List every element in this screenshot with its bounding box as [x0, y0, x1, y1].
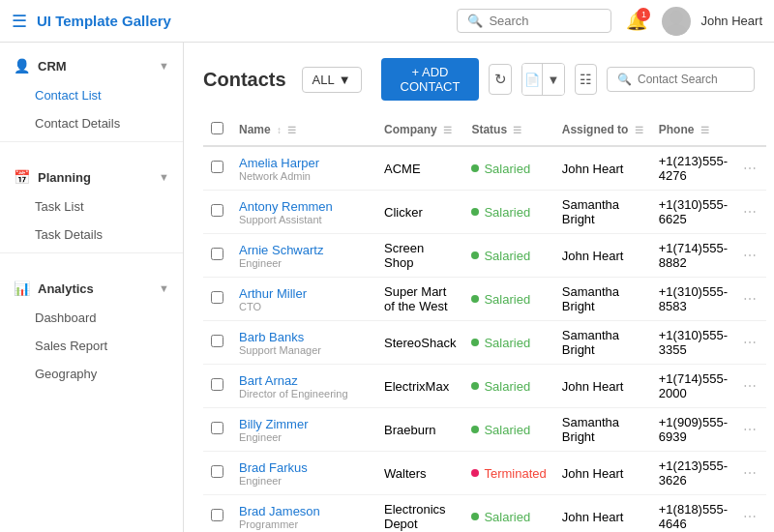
col-name[interactable]: Name ↕ ☰	[231, 114, 376, 146]
contact-actions[interactable]: ⋯	[735, 146, 766, 191]
contact-actions[interactable]: ⋯	[735, 408, 766, 452]
chevron-down-icon: ▼	[159, 60, 169, 72]
export-dropdown-button[interactable]: ▼	[543, 64, 563, 95]
search-icon: 🔍	[467, 14, 483, 28]
contact-actions[interactable]: ⋯	[735, 321, 766, 365]
status-badge: Salaried	[471, 510, 546, 524]
contact-name-link[interactable]: Arthur Miller	[239, 286, 369, 301]
sidebar-item-task-details[interactable]: Task Details	[0, 221, 183, 249]
col-assigned[interactable]: Assigned to ☰	[554, 114, 651, 146]
contact-assigned: John Heart	[554, 234, 651, 278]
row-checkbox[interactable]	[211, 291, 223, 304]
contact-actions[interactable]: ⋯	[735, 452, 766, 495]
more-options-button[interactable]: ⋯	[743, 335, 759, 350]
row-checkbox[interactable]	[211, 161, 223, 173]
more-options-button[interactable]: ⋯	[743, 291, 759, 307]
avatar[interactable]	[662, 7, 691, 36]
contact-status: Salaried	[463, 278, 553, 321]
row-checkbox-cell[interactable]	[203, 495, 231, 533]
contact-name-link[interactable]: Arnie Schwartz	[239, 243, 369, 257]
sidebar-item-contact-list[interactable]: Contact List	[0, 81, 183, 109]
contact-name-link[interactable]: Billy Zimmer	[239, 417, 369, 431]
contact-actions[interactable]: ⋯	[735, 234, 766, 278]
col-phone[interactable]: Phone ☰	[651, 114, 735, 146]
row-checkbox-cell[interactable]	[203, 278, 231, 321]
contact-status: Salaried	[463, 191, 553, 234]
row-checkbox-cell[interactable]	[203, 234, 231, 278]
contact-assigned: John Heart	[554, 146, 651, 191]
sidebar-item-dashboard[interactable]: Dashboard	[0, 304, 183, 332]
contact-company: Braeburn	[376, 408, 463, 452]
contact-company: Super Mart of the West	[376, 278, 463, 321]
row-checkbox-cell[interactable]	[203, 146, 231, 191]
more-options-button[interactable]: ⋯	[743, 509, 759, 524]
row-checkbox-cell[interactable]	[203, 365, 231, 408]
filter-label: ALL	[313, 73, 335, 87]
contact-name-link[interactable]: Brad Jameson	[239, 504, 369, 518]
col-company[interactable]: Company ☰	[376, 114, 463, 146]
col-status[interactable]: Status ☰	[463, 114, 553, 146]
filter-button[interactable]: ALL ▼	[302, 67, 362, 93]
row-checkbox-cell[interactable]	[203, 191, 231, 234]
contact-name-cell: Arnie Schwartz Engineer	[231, 234, 376, 278]
sidebar-group-header-analytics[interactable]: 📊 Analytics ▼	[0, 273, 183, 304]
contact-name-cell: Amelia Harper Network Admin	[231, 146, 376, 191]
contact-search-input[interactable]	[638, 73, 744, 86]
row-checkbox[interactable]	[211, 465, 223, 478]
sidebar-group-header-planning[interactable]: 📅 Planning ▼	[0, 162, 183, 192]
table-row: Amelia Harper Network Admin ACME Salarie…	[203, 146, 766, 191]
row-checkbox[interactable]	[211, 378, 223, 391]
contact-actions[interactable]: ⋯	[735, 495, 766, 533]
app-title: UI Template Gallery	[37, 13, 447, 29]
contact-assigned: Samantha Bright	[554, 408, 651, 452]
contact-name-link[interactable]: Bart Arnaz	[239, 373, 369, 388]
refresh-button[interactable]: ↻	[489, 64, 511, 95]
contact-phone: +1(818)555-4646	[651, 495, 735, 533]
more-options-button[interactable]: ⋯	[743, 161, 759, 176]
contact-role: Programmer	[239, 518, 369, 530]
contact-name-link[interactable]: Brad Farkus	[239, 460, 369, 475]
sidebar-item-task-list[interactable]: Task List	[0, 192, 183, 221]
crm-icon: 👤	[14, 58, 30, 74]
table-row: Bart Arnaz Director of Engineering Elect…	[203, 365, 766, 408]
more-options-button[interactable]: ⋯	[743, 465, 759, 481]
svg-point-0	[670, 11, 683, 24]
more-options-button[interactable]: ⋯	[743, 378, 759, 394]
row-checkbox-cell[interactable]	[203, 452, 231, 495]
contact-status: Terminated	[463, 452, 553, 495]
row-checkbox[interactable]	[211, 204, 223, 217]
row-checkbox[interactable]	[211, 248, 223, 260]
row-checkbox[interactable]	[211, 422, 223, 434]
contact-assigned: Samantha Bright	[554, 321, 651, 365]
contact-actions[interactable]: ⋯	[735, 365, 766, 408]
row-checkbox-cell[interactable]	[203, 321, 231, 365]
menu-icon[interactable]: ☰	[12, 11, 27, 32]
more-options-button[interactable]: ⋯	[743, 422, 759, 437]
select-all-header[interactable]	[203, 114, 231, 146]
more-options-button[interactable]: ⋯	[743, 204, 759, 220]
select-all-checkbox[interactable]	[211, 122, 223, 134]
export-icon-button[interactable]: 📄	[522, 64, 544, 95]
row-checkbox[interactable]	[211, 335, 223, 347]
global-search-input[interactable]	[489, 14, 605, 28]
contact-actions[interactable]: ⋯	[735, 191, 766, 234]
sidebar-group-header-crm[interactable]: 👤 CRM ▼	[0, 50, 183, 81]
contact-company: ElectrixMax	[376, 365, 463, 408]
contact-role: Engineer	[239, 257, 369, 269]
contact-actions[interactable]: ⋯	[735, 278, 766, 321]
more-options-button[interactable]: ⋯	[743, 248, 759, 263]
contact-name-link[interactable]: Antony Remmen	[239, 199, 369, 214]
grid-view-button[interactable]: ☷	[575, 64, 597, 95]
sidebar-item-contact-details[interactable]: Contact Details	[0, 109, 183, 137]
sidebar-item-geography[interactable]: Geography	[0, 360, 183, 388]
add-contact-button[interactable]: + ADD CONTACT	[381, 58, 480, 101]
row-checkbox[interactable]	[211, 509, 223, 521]
notification-button[interactable]: 🔔 1	[621, 6, 652, 37]
table-header-row: Name ↕ ☰ Company ☰ Status ☰ Assigned to …	[203, 114, 766, 146]
contact-name-link[interactable]: Amelia Harper	[239, 156, 369, 170]
add-contact-label: + ADD CONTACT	[395, 65, 466, 94]
sidebar-item-sales-report[interactable]: Sales Report	[0, 332, 183, 360]
row-checkbox-cell[interactable]	[203, 408, 231, 452]
contact-company: Electronics Depot	[376, 495, 463, 533]
contact-name-link[interactable]: Barb Banks	[239, 330, 369, 344]
